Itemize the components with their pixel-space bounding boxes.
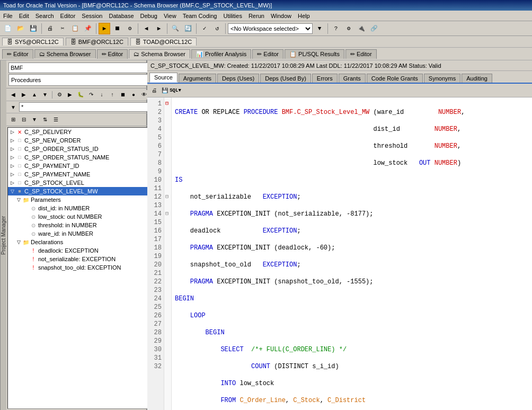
breakpoint[interactable]: ● [129,90,138,100]
code-line-13: LOOP [175,311,529,320]
collapse-all[interactable]: ⊟ [19,115,29,124]
nav-down[interactable]: ▼ [40,90,50,100]
conn-toad[interactable]: 🗄 TOAD@ORCL12C [130,38,197,46]
expander-delivery: ▷ [9,129,15,135]
label-notserial: not_serializable: EXCEPTION [38,256,116,262]
expander-params: ▽ [15,197,22,203]
run-btn[interactable]: ▶ [99,23,110,34]
label-decl: Declarations [31,239,63,245]
menu-view[interactable]: View [161,12,180,20]
proc-icon-slmw: ■ [16,188,23,195]
plsql-icon: 📋 [289,51,297,58]
save-btn[interactable]: 💾 [28,23,39,34]
compile-proc[interactable]: ⚙ [55,90,64,100]
new-btn[interactable]: 📄 [2,23,14,34]
menu-file[interactable]: File [0,12,16,20]
code-line-18: FROM C_Order_Line, C_Stock, C_District [175,396,529,405]
open-btn[interactable]: 📂 [15,23,26,34]
filter-toggle[interactable]: ▼ [8,102,18,112]
menu-rerun[interactable]: Rerun [245,12,268,20]
step-proc[interactable]: ↷ [86,90,96,100]
source-sql[interactable]: SQL▼ [171,86,180,95]
help-btn[interactable]: ? [330,23,342,34]
menu-utilities[interactable]: Utilities [220,12,245,20]
fold-14[interactable]: ⊟ [165,210,170,218]
step-into[interactable]: ↓ [97,90,107,100]
expander-notserial [23,256,29,262]
tab-deps-uses[interactable]: Deps (Uses) [217,74,259,83]
nav-back[interactable]: ◀ [8,90,18,100]
menu-search[interactable]: Search [32,12,57,20]
find-btn[interactable]: 🔍 [170,23,181,34]
tab-deps-used-by[interactable]: Deps (Used By) [260,74,311,83]
fold-12[interactable]: ⊟ [165,193,170,201]
conn-bmf-label: BMF@ORCL12C [78,39,123,45]
stop-debug[interactable]: ⏹ [118,90,128,100]
replace-btn[interactable]: 🔄 [182,23,194,34]
code-line-9: PRAGMA EXCEPTION_INIT (deadlock, -60); [175,244,529,252]
expander-pid: ▷ [9,163,15,169]
source-toolbar: 🖨 💾 SQL▼ [147,84,532,97]
menu-session[interactable]: Session [78,12,105,20]
menu-team-coding[interactable]: Team Coding [180,12,220,20]
source-save[interactable]: 💾 [160,86,170,95]
tab-schema-browser-1[interactable]: 🗂 Schema Browser [34,49,96,58]
group-icon[interactable]: ☰ [51,115,60,124]
tab-editor-3[interactable]: ✏ Editor [252,49,283,59]
paste-btn[interactable]: 📌 [82,23,94,34]
title-bar: Toad for Oracle Trial Version - [BMF@ORC… [0,0,532,11]
connect-btn[interactable]: 🔌 [356,23,367,34]
forward-btn[interactable]: ▶ [153,23,165,34]
menu-debug[interactable]: Debug [137,12,161,20]
settings-btn[interactable]: ⚙ [343,23,354,34]
tab-editor-2[interactable]: ✏ Editor [97,49,128,59]
tab-plsql-results[interactable]: 📋 PL/SQL Results [285,49,344,59]
tab-code-role-grants[interactable]: Code Role Grants [367,74,423,83]
conn-bmf[interactable]: 🗄 BMF@ORCL12C [66,38,128,46]
expand-all[interactable]: ⊞ [8,115,18,124]
menu-editor[interactable]: Editor [57,12,79,20]
expander-threshold [23,222,29,228]
back-btn[interactable]: ◀ [140,23,152,34]
menu-edit[interactable]: Edit [16,12,32,20]
tab-auditing[interactable]: Auditing [462,74,492,83]
conn-sy5[interactable]: 🗄 SY5@ORCL12C [2,38,64,46]
print-btn[interactable]: 🖨 [44,23,56,34]
tab-grants[interactable]: Grants [339,74,366,83]
disconnect-btn[interactable]: 🔗 [368,23,380,34]
filter-icon[interactable]: ▼ [30,115,39,124]
workspace-select[interactable]: <No Workspace selected> [228,23,313,34]
tab-arguments[interactable]: Arguments [179,74,216,83]
tab-editor-1[interactable]: ✏ Editor [2,49,33,59]
tab-schema-browser-2[interactable]: 🗂 Schema Browser [129,49,190,58]
copy-btn[interactable]: 📋 [69,23,81,34]
menu-bar: File Edit Search Editor Session Database… [0,11,532,21]
tab-errors[interactable]: Errors [312,74,338,83]
menu-window[interactable]: Window [268,12,295,20]
fold-1[interactable]: ⊟ [165,100,170,108]
code-content[interactable]: CREATE OR REPLACE PROCEDURE BMF.C_SP_Sto… [172,97,532,410]
nav-up[interactable]: ▲ [30,90,39,100]
workspace-btn[interactable]: ▼ [314,23,325,34]
compile-btn[interactable]: ⚙ [124,23,136,34]
run-proc[interactable]: ▶ [65,90,75,100]
nav-forward[interactable]: ▶ [19,90,29,100]
project-manager-label: Project Manager [1,216,6,254]
label-snapshot: snapshot_too_old: EXCEPTION [38,264,121,271]
step-out[interactable]: ↑ [108,90,117,100]
cut-btn[interactable]: ✂ [57,23,68,34]
menu-database[interactable]: Database [105,12,137,20]
stop-btn[interactable]: ⏹ [111,23,123,34]
project-manager-tab[interactable]: Project Manager [0,60,6,410]
menu-help[interactable]: Help [295,12,313,20]
expander-deadlock [23,247,29,254]
debug-proc[interactable]: 🐛 [76,90,85,100]
source-print[interactable]: 🖨 [149,86,159,95]
tab-editor-4[interactable]: ✏ Editor [345,49,377,59]
rollback-btn[interactable]: ↺ [211,23,223,34]
tab-synonyms[interactable]: Synonyms [424,74,460,83]
tab-profiler[interactable]: 📊 Profiler Analysis [191,49,251,59]
tab-source[interactable]: Source [149,73,178,83]
sort-icon[interactable]: ⇅ [40,115,50,124]
commit-btn[interactable]: ✓ [199,23,210,34]
